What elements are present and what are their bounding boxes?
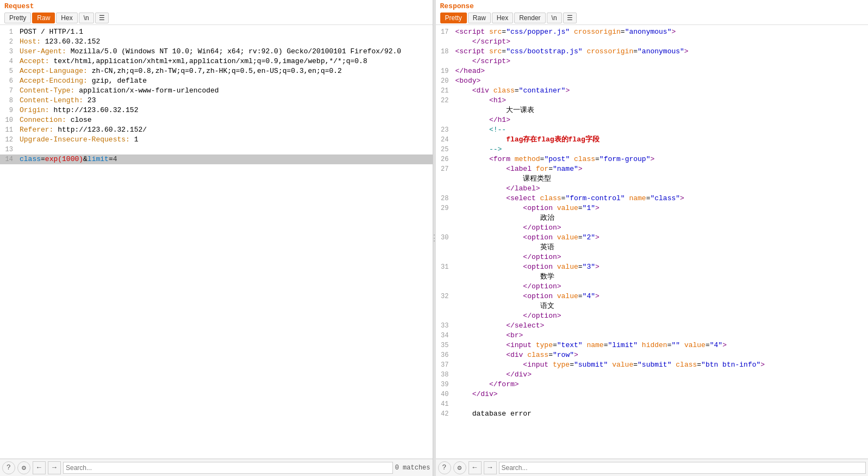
request-settings-btn[interactable]: ⚙ xyxy=(17,461,30,474)
request-help-btn[interactable]: ? xyxy=(2,461,15,474)
response-code-area: 17 <script src="css/popper.js" crossorig… xyxy=(436,25,869,459)
response-forward-btn[interactable]: → xyxy=(484,461,497,474)
request-line-10: 10 Connection: close xyxy=(0,115,433,125)
response-menu-btn[interactable]: ☰ xyxy=(563,13,577,23)
response-back-btn[interactable]: ← xyxy=(469,461,482,474)
request-title: Request xyxy=(4,2,428,10)
response-line-30b: 英语 xyxy=(436,243,869,252)
response-line-39: 39 </form> xyxy=(436,380,869,390)
response-line-29c: </option> xyxy=(436,223,869,233)
response-line-38: 38 </div> xyxy=(436,370,869,380)
response-line-17b: </script> xyxy=(436,37,869,47)
response-settings-btn[interactable]: ⚙ xyxy=(453,461,466,474)
request-panel: Request Pretty Raw Hex \n ☰ 1 POST / HTT… xyxy=(0,0,433,476)
response-line-18: 18 <script src="css/bootstrap.js" crosso… xyxy=(436,47,869,57)
response-line-17: 17 <script src="css/popper.js" crossorig… xyxy=(436,27,869,37)
request-line-13: 13 xyxy=(0,145,433,154)
response-panel: Response Pretty Raw Hex Render \n ☰ 17 <… xyxy=(436,0,869,476)
request-pretty-btn[interactable]: Pretty xyxy=(4,13,31,23)
response-toolbar: Pretty Raw Hex Render \n ☰ xyxy=(440,13,864,23)
panel-divider[interactable] xyxy=(433,0,436,476)
response-line-30c: </option> xyxy=(436,252,869,262)
request-line-7: 7 Content-Type: application/x-www-form-u… xyxy=(0,86,433,96)
response-line-32b: 语文 xyxy=(436,301,869,311)
response-bottom-bar: ? ⚙ ← → xyxy=(436,459,869,476)
request-bottom-bar: ? ⚙ ← → 0 matches xyxy=(0,459,433,476)
response-line-31b: 数学 xyxy=(436,272,869,282)
response-line-41: 41 xyxy=(436,399,869,409)
response-line-31c: </option> xyxy=(436,282,869,292)
response-line-34: 34 <br> xyxy=(436,331,869,341)
response-help-btn[interactable]: ? xyxy=(438,461,451,474)
response-line-21: 21 <div class="container"> xyxy=(436,86,869,96)
request-back-btn[interactable]: ← xyxy=(33,461,46,474)
response-line-20: 20 <body> xyxy=(436,76,869,86)
response-line-19: 19 </head> xyxy=(436,66,869,76)
request-line-1: 1 POST / HTTP/1.1 xyxy=(0,27,433,37)
request-toolbar: Pretty Raw Hex \n ☰ xyxy=(4,13,428,23)
response-line-18b: </script> xyxy=(436,57,869,66)
response-title: Response xyxy=(440,2,864,10)
response-line-22c: </h1> xyxy=(436,115,869,125)
request-menu-btn[interactable]: ☰ xyxy=(95,13,109,23)
response-line-23: 23 <!-- xyxy=(436,125,869,135)
response-line-33: 33 </select> xyxy=(436,321,869,331)
response-line-25: 25 --> xyxy=(436,145,869,154)
response-line-22: 22 <h1> xyxy=(436,96,869,106)
response-line-37: 37 <input type="submit" value="submit" c… xyxy=(436,360,869,370)
response-line-24: 24 flag存在flag表的flag字段 xyxy=(436,135,869,145)
response-line-28: 28 <select class="form-control" name="cl… xyxy=(436,194,869,203)
response-search-input[interactable] xyxy=(499,462,866,474)
request-line-5: 5 Accept-Language: zh-CN,zh;q=0.8,zh-TW;… xyxy=(0,66,433,76)
request-line-14: 14 class=exp(1000)&limit=4 xyxy=(0,154,433,164)
request-line-4: 4 Accept: text/html,application/xhtml+xm… xyxy=(0,57,433,66)
response-line-27b: 课程类型 xyxy=(436,174,869,184)
request-line-3: 3 User-Agent: Mozilla/5.0 (Windows NT 10… xyxy=(0,47,433,57)
request-search-input[interactable] xyxy=(63,462,393,474)
request-newline-btn[interactable]: \n xyxy=(79,13,94,23)
response-line-31: 31 <option value="3"> xyxy=(436,262,869,272)
request-hex-btn[interactable]: Hex xyxy=(56,13,77,23)
request-line-9: 9 Origin: http://123.60.32.152 xyxy=(0,106,433,115)
response-line-32: 32 <option value="4"> xyxy=(436,292,869,301)
request-line-6: 6 Accept-Encoding: gzip, deflate xyxy=(0,76,433,86)
response-line-27c: </label> xyxy=(436,184,869,194)
response-line-42: 42 database error xyxy=(436,409,869,419)
response-raw-btn[interactable]: Raw xyxy=(468,13,491,23)
response-render-btn[interactable]: Render xyxy=(514,13,545,23)
response-newline-btn[interactable]: \n xyxy=(547,13,562,23)
request-forward-btn[interactable]: → xyxy=(48,461,61,474)
response-line-30: 30 <option value="2"> xyxy=(436,233,869,243)
response-line-32c: </option> xyxy=(436,311,869,321)
request-header: Request Pretty Raw Hex \n ☰ xyxy=(0,0,433,25)
request-match-count: 0 matches xyxy=(395,464,430,472)
request-line-11: 11 Referer: http://123.60.32.152/ xyxy=(0,125,433,135)
response-line-40: 40 </div> xyxy=(436,390,869,399)
response-header: Response Pretty Raw Hex Render \n ☰ xyxy=(436,0,869,25)
response-pretty-btn[interactable]: Pretty xyxy=(440,13,467,23)
request-line-12: 12 Upgrade-Insecure-Requests: 1 xyxy=(0,135,433,145)
response-line-29: 29 <option value="1"> xyxy=(436,203,869,213)
request-code-area: 1 POST / HTTP/1.1 2 Host: 123.60.32.152 … xyxy=(0,25,433,459)
response-hex-btn[interactable]: Hex xyxy=(492,13,513,23)
response-line-22b: 大一课表 xyxy=(436,106,869,115)
request-line-2: 2 Host: 123.60.32.152 xyxy=(0,37,433,47)
response-line-27: 27 <label for="name"> xyxy=(436,164,869,174)
request-raw-btn[interactable]: Raw xyxy=(32,13,55,23)
response-line-35: 35 <input type="text" name="limit" hidde… xyxy=(436,341,869,350)
request-line-8: 8 Content-Length: 23 xyxy=(0,96,433,106)
response-line-26: 26 <form method="post" class="form-group… xyxy=(436,154,869,164)
response-line-29b: 政治 xyxy=(436,213,869,223)
response-line-36: 36 <div class="row"> xyxy=(436,350,869,360)
